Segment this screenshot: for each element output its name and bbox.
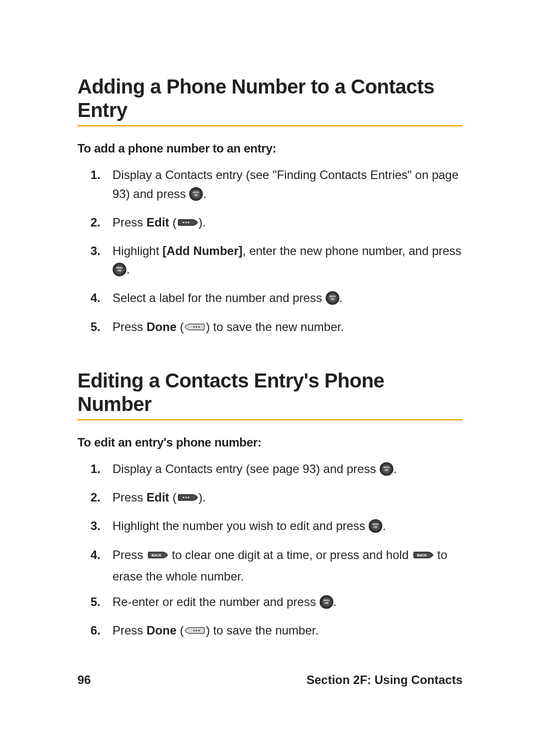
right-softkey-icon (176, 490, 198, 510)
section-label: Section 2F: Using Contacts (306, 673, 462, 687)
step: 5. Press Done () to save the new number. (112, 318, 462, 339)
step: 3. Highlight the number you wish to edit… (112, 516, 462, 538)
step-text: ( (169, 216, 176, 229)
step-text: Highlight the number you wish to edit an… (112, 519, 368, 532)
step-text: Display a Contacts entry (see "Finding C… (112, 168, 458, 200)
step-bold: [Add Number] (162, 244, 242, 258)
step-number: 5. (90, 592, 100, 611)
step-text: Press (112, 548, 146, 562)
step-bold: Edit (146, 216, 169, 229)
step: 4. Select a label for the number and pre… (112, 288, 462, 310)
page-number: 96 (78, 673, 91, 687)
step: 5. Re-enter or edit the number and press… (112, 592, 462, 614)
step-text: ) to save the new number. (206, 320, 344, 334)
step: 1. Display a Contacts entry (see "Findin… (112, 166, 462, 206)
heading-add-number: Adding a Phone Number to a Contacts Entr… (78, 75, 462, 122)
step-number: 3. (90, 516, 100, 535)
step: 4. Press to clear one digit at a time, o… (112, 546, 462, 586)
step-text: ) to save the number. (206, 624, 318, 637)
menu-ok-button-icon (320, 595, 334, 614)
subhead-add-number: To add a phone number to an entry: (78, 142, 462, 156)
subhead-edit-number: To edit an entry's phone number: (78, 436, 462, 450)
left-softkey-icon (184, 320, 206, 339)
step-text: , enter the new phone number, and press (242, 244, 462, 258)
step: 2. Press Edit (). (112, 488, 462, 510)
step-text: ( (169, 490, 176, 504)
menu-ok-button-icon (112, 262, 126, 282)
step-text: ). (198, 216, 206, 229)
heading-rule (78, 419, 462, 420)
step-bold: Done (146, 624, 176, 637)
step: 1. Display a Contacts entry (see page 93… (112, 460, 462, 481)
step-text: Display a Contacts entry (see page 93) a… (112, 462, 380, 476)
steps-edit-number: 1. Display a Contacts entry (see page 93… (78, 460, 462, 642)
right-softkey-icon (176, 216, 198, 234)
heading-edit-number: Editing a Contacts Entry's Phone Number (78, 369, 462, 416)
step-text: . (394, 462, 397, 476)
step-number: 5. (90, 318, 100, 336)
step: 3. Highlight [Add Number], enter the new… (112, 242, 462, 282)
steps-add-number: 1. Display a Contacts entry (see "Findin… (78, 166, 462, 338)
step-bold: Done (146, 320, 176, 334)
step-text: Select a label for the number and press (112, 291, 326, 304)
step-text: ( (176, 624, 184, 637)
heading-rule (78, 125, 462, 126)
step-text: . (340, 291, 343, 304)
step-text: . (334, 595, 337, 608)
menu-ok-button-icon (380, 462, 394, 481)
menu-ok-button-icon (189, 187, 203, 206)
step-text: Highlight (112, 244, 162, 258)
step-text: ). (198, 490, 206, 504)
step-number: 2. (90, 213, 100, 232)
menu-ok-button-icon (326, 291, 340, 310)
step-number: 6. (90, 621, 100, 640)
step-text: Press (112, 216, 146, 229)
step-number: 1. (90, 460, 100, 478)
manual-page: Adding a Phone Number to a Contacts Entr… (0, 0, 540, 756)
step-text: . (382, 519, 386, 532)
step-text: . (126, 262, 130, 276)
left-softkey-icon (184, 624, 206, 642)
step-text: Press (112, 320, 146, 334)
step-number: 4. (90, 546, 100, 564)
step-number: 4. (90, 288, 100, 307)
step-text: Press (112, 624, 146, 637)
back-key-icon (146, 548, 168, 567)
step-number: 2. (90, 488, 100, 506)
step: 2. Press Edit (). (112, 213, 462, 234)
step-number: 1. (90, 166, 100, 184)
step-text: to clear one digit at a time, or press a… (168, 548, 412, 562)
step-text: Press (112, 490, 146, 504)
step-text: Re-enter or edit the number and press (112, 595, 320, 608)
step: 6. Press Done () to save the number. (112, 621, 462, 642)
menu-ok-button-icon (368, 519, 382, 538)
back-key-icon (412, 548, 434, 567)
step-text: ( (176, 320, 184, 334)
step-text: . (203, 187, 206, 200)
page-footer: 96 Section 2F: Using Contacts (78, 673, 462, 687)
step-number: 3. (90, 242, 100, 260)
step-bold: Edit (146, 490, 169, 504)
